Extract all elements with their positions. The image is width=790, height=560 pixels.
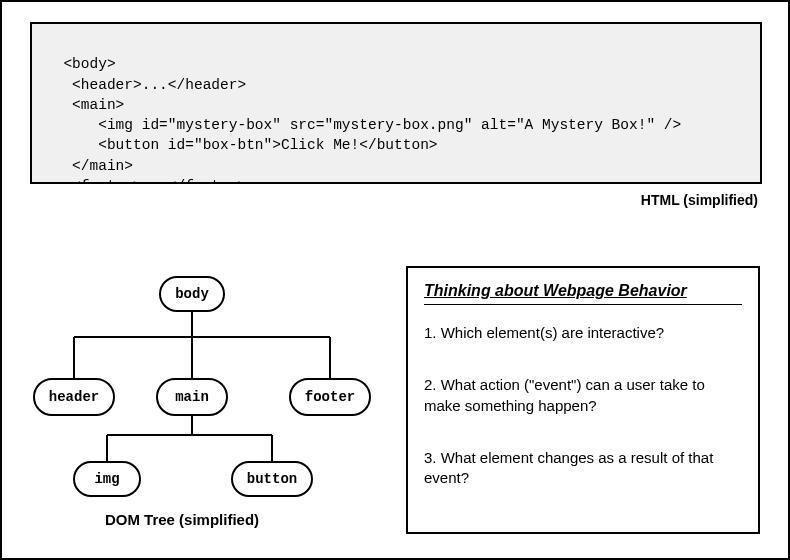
tree-node-img: img bbox=[94, 471, 119, 487]
code-caption: HTML (simplified) bbox=[641, 192, 758, 208]
code-line: <button id="box-btn">Click Me!</button> bbox=[46, 137, 438, 153]
tree-node-main: main bbox=[175, 389, 209, 405]
question-2: 2. What action ("event") can a user take… bbox=[424, 375, 742, 416]
code-line: </main> bbox=[46, 158, 133, 174]
tree-node-footer: footer bbox=[305, 389, 355, 405]
question-3: 3. What element changes as a result of t… bbox=[424, 448, 742, 489]
code-line: <main> bbox=[46, 97, 124, 113]
questions-panel: Thinking about Webpage Behavior 1. Which… bbox=[406, 266, 760, 534]
html-code-block: <body> <header>...</header> <main> <img … bbox=[30, 22, 762, 184]
panel-title: Thinking about Webpage Behavior bbox=[424, 282, 742, 305]
code-line: <body> bbox=[63, 56, 115, 72]
question-1: 1. Which element(s) are interactive? bbox=[424, 323, 742, 343]
dom-tree-diagram: body header main footer img button DOM T… bbox=[22, 267, 392, 537]
code-line: <img id="mystery-box" src="mystery-box.p… bbox=[46, 117, 681, 133]
code-line: <footer>...</footer> bbox=[46, 178, 246, 184]
tree-node-body: body bbox=[175, 286, 209, 302]
tree-node-header: header bbox=[49, 389, 99, 405]
code-line: <header>...</header> bbox=[46, 77, 246, 93]
tree-caption: DOM Tree (simplified) bbox=[105, 511, 259, 528]
tree-node-button: button bbox=[247, 471, 297, 487]
